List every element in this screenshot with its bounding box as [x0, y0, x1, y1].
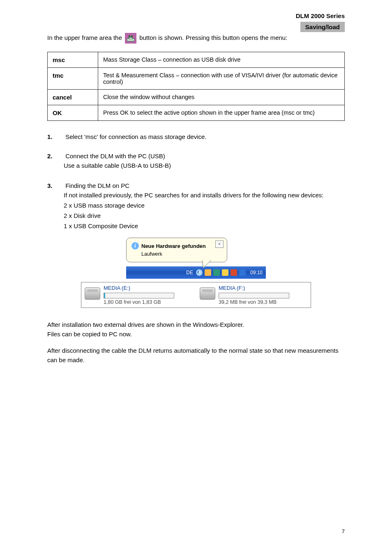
intro-after: button is shown. Pressing this button op…	[139, 34, 287, 41]
step-1-num: 1.	[47, 133, 64, 140]
drive-icon	[200, 287, 215, 300]
step-1-text: Select 'msc' for connection as mass stor…	[65, 133, 206, 140]
drive-icon	[85, 287, 100, 300]
step-3-text1: Finding the DLM on PC	[65, 182, 129, 189]
table-row: OKPress OK to select the active option s…	[48, 105, 345, 121]
drive-e-name: MEDIA (E:)	[104, 285, 174, 291]
footer-notes: After installation two external drives a…	[47, 320, 345, 365]
step-1: 1. Select 'msc' for connection as mass s…	[47, 133, 345, 140]
table-row: tmcTest & Measurement Class – connection…	[48, 68, 345, 90]
drive-e[interactable]: MEDIA (E:) 1,80 GB frei von 1,83 GB	[85, 285, 192, 305]
header-block: DLM 2000 Series Saving/load	[296, 12, 345, 32]
footer-line-2: After disconnecting the cable the DLM re…	[47, 346, 345, 365]
balloon-title: Neue Hardware gefunden	[141, 243, 206, 249]
definition-label: msc	[48, 52, 98, 68]
notification-balloon: × i Neue Hardware gefunden Laufwerk	[126, 238, 227, 262]
step-3-num: 3.	[47, 182, 64, 189]
svg-rect-4	[129, 37, 132, 39]
taskbar-clock: 09:10	[250, 270, 263, 275]
taskbar: DE 09:10	[126, 266, 266, 279]
definition-label: cancel	[48, 90, 98, 105]
usb-mode-icon	[125, 33, 136, 44]
figure-drives: MEDIA (E:) 1,80 GB frei von 1,83 GB MEDI…	[81, 282, 311, 308]
svg-rect-3	[131, 35, 133, 37]
step-2-text1: Connect the DLM with the PC (USB)	[65, 153, 165, 160]
table-row: cancelClose the window without changes	[48, 90, 345, 105]
step-2: 2. Connect the DLM with the PC (USB)	[47, 153, 345, 160]
taskbar-language[interactable]: DE	[186, 270, 193, 275]
tray-icon[interactable]	[231, 269, 237, 276]
svg-rect-2	[129, 35, 130, 37]
step-3-bullet-2: 1 x USB Composite Device	[64, 222, 345, 230]
definitions-table: mscMass Storage Class – connection as US…	[47, 52, 345, 121]
intro-before: In the upper frame area the	[47, 34, 124, 41]
step-3: 3. Finding the DLM on PC	[47, 182, 345, 189]
info-icon: i	[131, 242, 139, 250]
tray-icon[interactable]	[213, 269, 220, 276]
tray-icon[interactable]	[239, 269, 246, 276]
definition-desc: Test & Measurement Class – connection wi…	[98, 68, 344, 90]
definition-desc: Mass Storage Class – connection as USB d…	[98, 52, 344, 68]
tray-icon[interactable]	[222, 269, 228, 276]
header-section: Saving/load	[300, 22, 345, 32]
drive-e-bar	[104, 293, 174, 298]
tray-expand-icon[interactable]	[196, 269, 203, 276]
definition-label: tmc	[48, 68, 98, 90]
table-row: mscMass Storage Class – connection as US…	[48, 52, 345, 68]
balloon-subtitle: Laufwerk	[141, 251, 222, 257]
footer-line-1: Files can be copied to PC now.	[47, 330, 345, 339]
step-2-num: 2.	[47, 153, 64, 160]
drive-f-name: MEDIA (F:)	[219, 285, 289, 291]
figure-hardware-found: × i Neue Hardware gefunden Laufwerk DE 0…	[126, 238, 266, 279]
footer-line-0: After installation two external drives a…	[47, 320, 345, 330]
tray-icon[interactable]	[205, 269, 211, 276]
step-3-text2: If not installed previously, the PC sear…	[64, 191, 345, 199]
definition-label: OK	[48, 105, 98, 121]
step-3-bullet-1: 2 x Disk drive	[64, 211, 345, 220]
intro-paragraph: In the upper frame area the button is sh…	[47, 33, 345, 44]
step-2-text2: Use a suitable cable (USB-A to USB-B)	[64, 161, 345, 170]
drive-f-bar	[219, 293, 289, 298]
header-product: DLM 2000 Series	[296, 12, 345, 19]
definition-desc: Press OK to select the active option sho…	[98, 105, 344, 121]
close-icon[interactable]: ×	[215, 240, 224, 248]
step-3-bullet-0: 2 x USB mass storage device	[64, 201, 345, 210]
page-number: 7	[342, 528, 345, 534]
definition-desc: Close the window without changes	[98, 90, 344, 105]
drive-f-free: 39,2 MB frei von 39,3 MB	[219, 299, 289, 305]
drive-f[interactable]: MEDIA (F:) 39,2 MB frei von 39,3 MB	[200, 285, 307, 305]
drive-e-free: 1,80 GB frei von 1,83 GB	[104, 299, 174, 305]
